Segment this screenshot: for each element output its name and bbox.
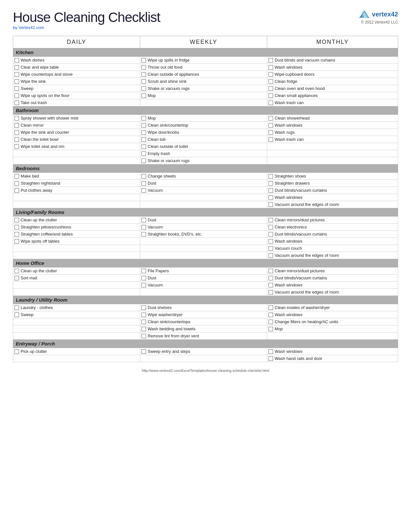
cell-monthly: Wash trash can — [267, 99, 398, 106]
cell-daily — [13, 318, 140, 325]
checkbox[interactable] — [142, 181, 146, 186]
checkbox[interactable] — [142, 232, 146, 237]
checkbox[interactable] — [269, 130, 273, 135]
checkbox[interactable] — [269, 72, 273, 77]
checkbox[interactable] — [15, 65, 19, 70]
checkbox[interactable] — [269, 327, 273, 331]
checkbox[interactable] — [15, 188, 19, 193]
cell-text: Clean outside of appliances — [148, 72, 199, 77]
checkbox[interactable] — [269, 305, 273, 310]
checkbox[interactable] — [142, 334, 146, 338]
checkbox[interactable] — [15, 218, 19, 222]
checkbox[interactable] — [142, 151, 146, 156]
checkbox[interactable] — [269, 58, 273, 63]
checkbox[interactable] — [15, 72, 19, 77]
checkbox[interactable] — [15, 269, 19, 273]
table-row: Vacuum around the edges of room — [13, 201, 398, 208]
checkbox[interactable] — [142, 188, 146, 193]
checkbox[interactable] — [269, 253, 273, 258]
checkbox[interactable] — [269, 137, 273, 142]
checkbox[interactable] — [142, 349, 146, 354]
checkbox[interactable] — [142, 130, 146, 135]
cell-monthly: Vacuum couch — [267, 245, 398, 252]
checkbox[interactable] — [142, 65, 146, 70]
checkbox[interactable] — [142, 269, 146, 273]
checkbox[interactable] — [142, 283, 146, 287]
cell-weekly: Wipe door/knobs — [140, 129, 267, 136]
checkbox[interactable] — [15, 225, 19, 229]
checkbox[interactable] — [269, 79, 273, 84]
checkbox[interactable] — [269, 93, 273, 98]
checkbox[interactable] — [15, 101, 19, 105]
checkbox[interactable] — [142, 137, 146, 142]
checkbox[interactable] — [142, 58, 146, 63]
checkbox[interactable] — [142, 327, 146, 331]
checkbox[interactable] — [269, 181, 273, 186]
checkbox[interactable] — [142, 93, 146, 98]
checkbox[interactable] — [15, 239, 19, 244]
checkbox[interactable] — [269, 349, 273, 354]
checkbox[interactable] — [15, 79, 19, 84]
checkbox[interactable] — [269, 195, 273, 200]
checkbox[interactable] — [269, 218, 273, 222]
checkbox[interactable] — [15, 313, 19, 317]
checkbox[interactable] — [269, 283, 273, 287]
cell-weekly — [140, 245, 267, 252]
checkbox[interactable] — [269, 174, 273, 179]
checkbox[interactable] — [15, 86, 19, 91]
checkbox[interactable] — [269, 290, 273, 295]
checkbox[interactable] — [15, 137, 19, 142]
checkbox[interactable] — [142, 276, 146, 280]
checkbox[interactable] — [15, 116, 19, 121]
checkbox[interactable] — [142, 305, 146, 310]
checkbox[interactable] — [269, 239, 273, 244]
cell-weekly: Vacuum — [140, 282, 267, 289]
checkbox[interactable] — [269, 116, 273, 121]
checkbox[interactable] — [15, 349, 19, 354]
checkbox[interactable] — [269, 202, 273, 207]
checkbox[interactable] — [15, 276, 19, 280]
cell-daily: Wash dishes — [13, 57, 140, 64]
checkbox[interactable] — [142, 123, 146, 128]
cell-monthly: Clean oven and oven hood — [267, 85, 398, 92]
section-label: Entryway / Porch — [13, 340, 398, 348]
checkbox[interactable] — [15, 174, 19, 179]
checkbox[interactable] — [269, 65, 273, 70]
checkbox[interactable] — [142, 144, 146, 149]
checkbox[interactable] — [269, 320, 273, 324]
checkbox[interactable] — [15, 93, 19, 98]
checkbox[interactable] — [15, 305, 19, 310]
checkbox[interactable] — [15, 181, 19, 186]
checkbox[interactable] — [269, 101, 273, 105]
checkbox[interactable] — [269, 313, 273, 317]
checkbox[interactable] — [142, 86, 146, 91]
cell-text: Vacuum around the edges of room — [275, 202, 339, 207]
table-row: Empty trash — [13, 150, 398, 157]
checkbox[interactable] — [15, 130, 19, 135]
byline-link[interactable]: by Vertex42.com — [13, 25, 44, 30]
checkbox[interactable] — [142, 218, 146, 222]
checkbox[interactable] — [269, 86, 273, 91]
checkbox[interactable] — [142, 79, 146, 84]
checkbox[interactable] — [142, 159, 146, 163]
checkbox[interactable] — [15, 58, 19, 63]
checkbox[interactable] — [15, 144, 19, 149]
checkbox[interactable] — [142, 313, 146, 317]
checkbox[interactable] — [269, 225, 273, 229]
checkbox[interactable] — [269, 232, 273, 237]
section-header-kitchen: Kitchen — [13, 48, 398, 57]
checkbox[interactable] — [269, 188, 273, 193]
checkbox[interactable] — [269, 356, 273, 361]
checkbox[interactable] — [15, 123, 19, 128]
checkbox[interactable] — [15, 232, 19, 237]
checkbox[interactable] — [142, 174, 146, 179]
checkbox[interactable] — [269, 123, 273, 128]
checkbox[interactable] — [142, 72, 146, 77]
checkbox[interactable] — [269, 269, 273, 273]
checkbox[interactable] — [269, 276, 273, 280]
checkbox[interactable] — [269, 246, 273, 251]
cell-text: Dust — [148, 218, 156, 222]
checkbox[interactable] — [142, 320, 146, 324]
checkbox[interactable] — [142, 116, 146, 121]
checkbox[interactable] — [142, 225, 146, 229]
